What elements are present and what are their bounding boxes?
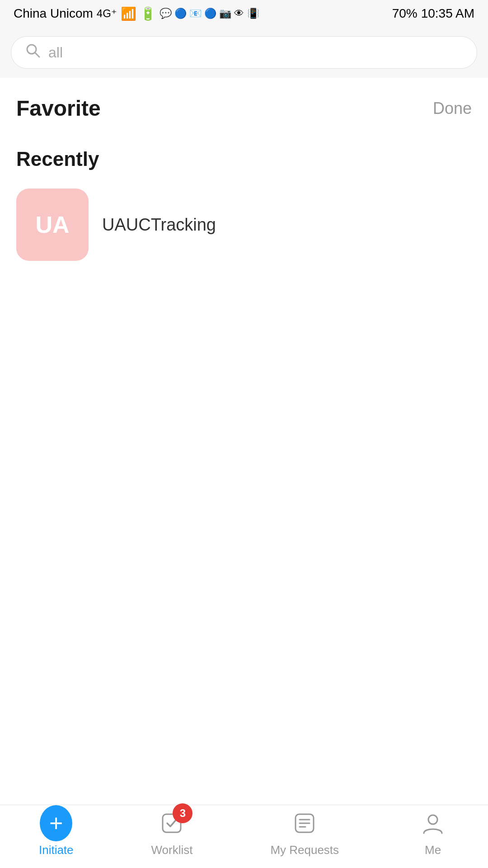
- done-button[interactable]: Done: [433, 99, 472, 118]
- tab-me[interactable]: Me: [417, 807, 449, 857]
- tab-me-label: Me: [425, 843, 441, 857]
- recent-item[interactable]: UA UAUCTracking: [16, 189, 472, 261]
- tab-bar: + Initiate 3 Worklist My Requests: [0, 805, 488, 868]
- search-bar[interactable]: all: [11, 36, 477, 69]
- recent-item-icon: UA: [16, 189, 89, 261]
- search-placeholder: all: [48, 44, 63, 61]
- search-icon: [25, 42, 41, 63]
- search-bar-container: all: [0, 27, 488, 78]
- initiate-icon-wrap: +: [40, 807, 72, 840]
- tab-worklist[interactable]: 3 Worklist: [151, 807, 192, 857]
- favorite-title: Favorite: [16, 96, 101, 121]
- recent-item-name: UAUCTracking: [102, 215, 216, 235]
- favorite-section-header: Favorite Done: [16, 96, 472, 121]
- battery-icon: 🔋: [140, 6, 156, 21]
- main-content: Favorite Done Recently UA UAUCTracking: [0, 78, 488, 279]
- tab-my-requests[interactable]: My Requests: [270, 807, 339, 857]
- signal-icon: 📶: [121, 6, 136, 21]
- battery-percent: 70%: [392, 6, 418, 21]
- svg-point-7: [428, 815, 437, 824]
- my-requests-icon-wrap: [288, 807, 321, 840]
- recently-title: Recently: [16, 148, 472, 170]
- me-person-icon: [420, 811, 446, 836]
- me-icon-wrap: [417, 807, 449, 840]
- notification-icons: 💬 🔵 📧 🔵 📷 👁 📳: [160, 8, 259, 19]
- tab-worklist-label: Worklist: [151, 843, 192, 857]
- status-right: 70% 10:35 AM: [392, 6, 474, 21]
- status-left: China Unicom 4G⁺ 📶 🔋 💬 🔵 📧 🔵 📷 👁 📳: [14, 6, 259, 21]
- recent-item-initials: UA: [35, 211, 69, 238]
- initiate-circle-icon: +: [40, 805, 72, 841]
- tab-my-requests-label: My Requests: [270, 843, 339, 857]
- recently-section: Recently UA UAUCTracking: [16, 148, 472, 261]
- my-requests-icon: [292, 811, 317, 836]
- svg-line-1: [35, 52, 39, 57]
- tab-initiate-label: Initiate: [39, 843, 74, 857]
- worklist-badge: 3: [173, 803, 192, 823]
- time-label: 10:35 AM: [421, 6, 474, 21]
- network-icon: 4G⁺: [97, 7, 117, 20]
- tab-initiate[interactable]: + Initiate: [39, 807, 74, 857]
- status-bar: China Unicom 4G⁺ 📶 🔋 💬 🔵 📧 🔵 📷 👁 📳 70% 1…: [0, 0, 488, 27]
- worklist-icon-wrap: 3: [155, 807, 188, 840]
- carrier-label: China Unicom: [14, 6, 93, 21]
